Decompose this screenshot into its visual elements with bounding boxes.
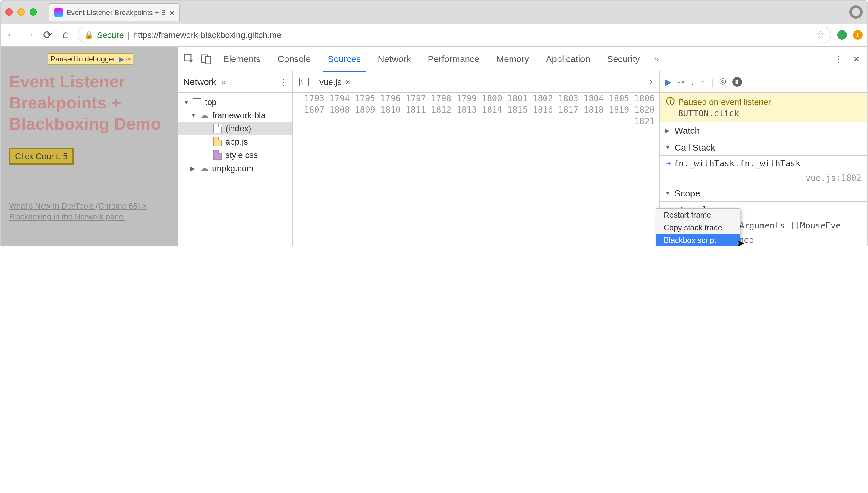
profile-icon[interactable]	[849, 5, 863, 19]
section-call-stack[interactable]: ▼Call Stack	[660, 139, 867, 156]
tab-network[interactable]: Network	[370, 47, 418, 71]
browser-tab-bar: Event Listener Breakpoints + B ×	[1, 1, 867, 23]
navigator-more-icon[interactable]: »	[221, 77, 226, 86]
close-tab-icon[interactable]: ×	[169, 7, 174, 17]
address-bar: ← → ⟳ ⌂ 🔒 Secure | https://framework-bla…	[1, 23, 867, 46]
new-tab-button[interactable]	[185, 5, 199, 19]
maximize-window[interactable]	[29, 8, 37, 16]
step-into-button[interactable]: ↓	[691, 77, 695, 86]
forward-button[interactable]: →	[23, 29, 36, 41]
sources-navigator: Network » ⋮ ▼ top ▼ ☁ framewor	[178, 71, 293, 246]
window-controls	[5, 8, 37, 16]
resume-button[interactable]: ▶	[665, 77, 672, 86]
editor-drawer-icon[interactable]	[297, 74, 311, 89]
window-icon	[193, 98, 201, 105]
js-file-icon	[213, 137, 222, 147]
css-file-icon	[213, 150, 222, 160]
cloud-icon: ☁	[200, 163, 209, 173]
reload-button[interactable]: ⟳	[42, 29, 53, 41]
section-scope[interactable]: ▼Scope	[660, 185, 867, 202]
tree-file-appjs[interactable]: app.js	[178, 135, 292, 148]
browser-tab[interactable]: Event Listener Breakpoints + B ×	[49, 3, 180, 21]
step-out-button[interactable]: ↑	[701, 77, 705, 86]
paused-banner: ⓘPaused on event listener BUTTON.click	[660, 93, 867, 122]
devtools-tabs: Elements Console Sources Network Perform…	[178, 47, 867, 71]
navigator-tab[interactable]: Network	[183, 77, 216, 87]
secure-label: Secure	[97, 30, 124, 40]
tree-domain-2[interactable]: ▶ ☁ unpkg.com	[178, 162, 292, 175]
section-watch[interactable]: ▶Watch	[660, 122, 867, 139]
back-button[interactable]: ←	[5, 29, 18, 41]
cloud-icon: ☁	[200, 110, 209, 120]
ctx-restart-frame[interactable]: Restart frame	[656, 209, 740, 221]
tab-memory[interactable]: Memory	[489, 47, 536, 71]
url-text: https://framework-blackboxing.glitch.me	[133, 30, 282, 40]
file-icon	[213, 124, 222, 133]
minimize-window[interactable]	[18, 8, 25, 16]
navigator-menu-icon[interactable]: ⋮	[279, 77, 287, 86]
call-stack-frame[interactable]: ➔fn._withTask.fn._withTask	[660, 156, 867, 171]
tab-elements[interactable]: Elements	[216, 47, 268, 71]
ctx-copy-stack-trace[interactable]: Copy stack trace	[656, 221, 740, 234]
close-devtools-icon[interactable]: ✕	[849, 51, 864, 66]
extension-2-icon[interactable]: !	[853, 30, 863, 40]
more-tabs-icon[interactable]: »	[650, 51, 664, 66]
resume-icon[interactable]: ▶	[119, 56, 124, 63]
bookmark-icon[interactable]: ☆	[816, 29, 825, 40]
context-menu: Restart frame Copy stack trace Blackbox …	[656, 208, 740, 246]
mouse-cursor-icon: ➤	[737, 237, 744, 246]
editor-tab-vuejs[interactable]: vue.js ×	[314, 74, 355, 89]
page-title: Event Listener Breakpoints + Blackboxing…	[9, 71, 170, 134]
tree-file-index[interactable]: (index)	[178, 122, 292, 135]
home-button[interactable]: ⌂	[60, 29, 72, 41]
lock-icon: 🔒	[84, 30, 93, 39]
close-window[interactable]	[5, 8, 13, 16]
step-icon[interactable]: ⤻	[125, 56, 130, 63]
tab-security[interactable]: Security	[600, 47, 647, 71]
tab-performance[interactable]: Performance	[420, 47, 487, 71]
step-over-button[interactable]: ⤻	[677, 77, 685, 86]
svg-rect-3	[193, 99, 201, 105]
favicon-icon	[54, 8, 63, 17]
ctx-blackbox-script[interactable]: Blackbox script	[656, 234, 740, 246]
tab-sources[interactable]: Sources	[320, 47, 368, 71]
tree-domain-1[interactable]: ▼ ☁ framework-bla	[178, 108, 292, 122]
editor-more-icon[interactable]	[642, 74, 656, 89]
paused-in-debugger-chip: Paused in debugger ▶⤻	[48, 53, 133, 65]
inspect-element-icon[interactable]	[182, 51, 196, 66]
page-link[interactable]: What's New In DevTools (Chrome 66) > Bla…	[9, 201, 170, 223]
device-mode-icon[interactable]	[199, 51, 213, 66]
rendered-page-overlay: Paused in debugger ▶⤻ Event Listener Bre…	[1, 47, 178, 246]
tab-application[interactable]: Application	[539, 47, 598, 71]
tree-top[interactable]: ▼ top	[178, 95, 292, 108]
url-input[interactable]: 🔒 Secure | https://framework-blackboxing…	[78, 26, 831, 43]
tab-title: Event Listener Breakpoints + B	[66, 8, 166, 17]
pause-on-exceptions-button[interactable]: II	[732, 77, 742, 86]
extension-1-icon[interactable]	[837, 30, 847, 40]
svg-rect-2	[205, 56, 210, 64]
code-editor: vue.js × 1793 1794 1795 1796 1797 1798 1…	[293, 71, 660, 246]
deactivate-breakpoints-button[interactable]: ⧀	[719, 77, 726, 87]
devtools-menu-icon[interactable]: ⋮	[831, 51, 846, 66]
tree-file-stylecss[interactable]: style.css	[178, 148, 292, 162]
click-count-button[interactable]: Click Count: 5	[9, 148, 73, 165]
line-gutter: 1793 1794 1795 1796 1797 1798 1799 1800 …	[293, 93, 659, 246]
close-icon[interactable]: ×	[345, 77, 350, 86]
tab-console[interactable]: Console	[270, 47, 318, 71]
devtools-panel: Elements Console Sources Network Perform…	[178, 47, 867, 246]
